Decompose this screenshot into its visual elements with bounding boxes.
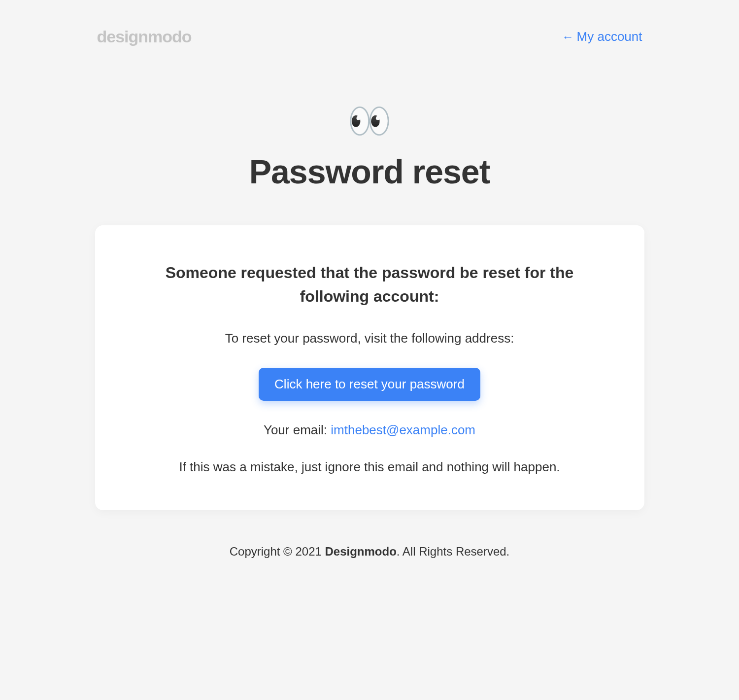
header: designmodo ← My account	[95, 27, 644, 46]
email-line: Your email: imthebest@example.com	[139, 422, 600, 438]
reset-password-button[interactable]: Click here to reset your password	[259, 368, 480, 401]
brand-name: Designmodo	[325, 545, 397, 558]
logo: designmodo	[97, 27, 192, 46]
my-account-link[interactable]: ← My account	[562, 29, 642, 44]
email-label: Your email:	[264, 422, 331, 437]
email-link[interactable]: imthebest@example.com	[331, 422, 475, 437]
page-title: Password reset	[95, 152, 644, 191]
instruction-text: To reset your password, visit the follow…	[139, 331, 600, 346]
mistake-text: If this was a mistake, just ignore this …	[139, 459, 600, 475]
arrow-left-icon: ←	[562, 30, 574, 44]
content-card: Someone requested that the password be r…	[95, 225, 644, 510]
copyright-suffix: . All Rights Reserved.	[397, 545, 509, 558]
card-heading: Someone requested that the password be r…	[139, 261, 600, 308]
hero-section: 👀 Password reset	[95, 103, 644, 191]
copyright-prefix: Copyright © 2021	[230, 545, 325, 558]
my-account-label: My account	[577, 29, 642, 44]
eyes-icon: 👀	[95, 103, 644, 139]
footer: Copyright © 2021 Designmodo. All Rights …	[95, 545, 644, 588]
